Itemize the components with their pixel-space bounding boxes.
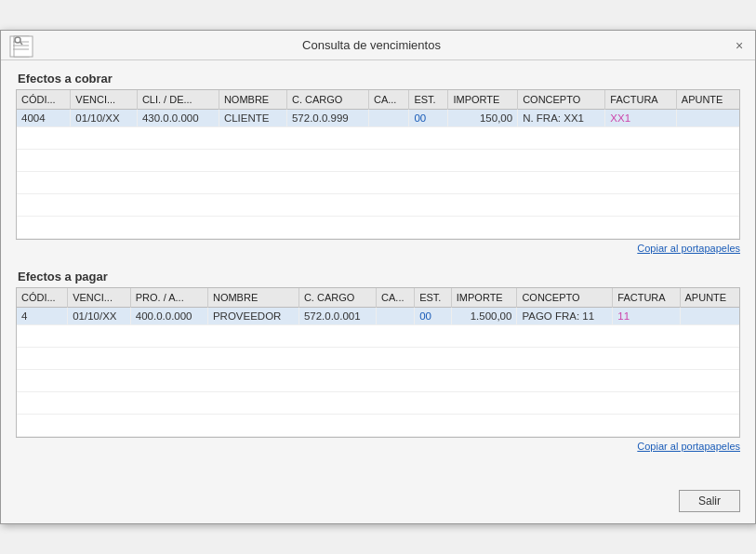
pagar-table-container: CÓDI... VENCI... PRO. / A... NOMBRE C. C…	[16, 287, 740, 438]
app-icon	[8, 33, 34, 59]
cobrar-r1-nombre: CLIENTE	[219, 110, 286, 127]
salir-button[interactable]: Salir	[679, 490, 740, 512]
pagar-empty-5	[17, 415, 739, 437]
title-bar: Consulta de vencimientos ×	[1, 31, 755, 60]
pagar-copy-row: Copiar al portapapeles	[16, 438, 740, 455]
pagar-r1-factura: 11	[613, 308, 680, 325]
cobrar-r1-venci: 01/10/XX	[71, 110, 138, 127]
pagar-empty-1	[17, 325, 739, 348]
cobrar-table-container: CÓDI... VENCI... CLI. / DE... NOMBRE C. …	[16, 89, 740, 240]
cobrar-row-1: 4004 01/10/XX 430.0.0.000 CLIENTE 572.0.…	[17, 110, 739, 127]
pagar-r1-importe: 1.500,00	[451, 308, 517, 325]
section-pagar: Efectos a pagar CÓDI... VENCI... PRO. / …	[16, 270, 740, 455]
col-header-concepto: CONCEPTO	[518, 90, 605, 110]
main-window: Consulta de vencimientos × Efectos a cob…	[0, 30, 756, 524]
section-cobrar: Efectos a cobrar CÓDI... VENCI... CLI. /…	[16, 72, 740, 257]
window-body: Efectos a cobrar CÓDI... VENCI... CLI. /…	[1, 60, 755, 482]
cobrar-r1-est: 00	[409, 110, 448, 127]
cobrar-empty-1	[17, 127, 739, 150]
pagar-copy-button[interactable]: Copiar al portapapeles	[637, 441, 740, 452]
pagar-r1-apunte	[680, 308, 739, 325]
cobrar-r1-ccargo: 572.0.0.999	[286, 110, 368, 127]
cobrar-empty-2	[17, 150, 739, 172]
pagar-col-header-pro: PRO. / A...	[130, 288, 207, 308]
window-title: Consulta de vencimientos	[34, 38, 709, 52]
pagar-empty-2	[17, 348, 739, 370]
pagar-empty-4	[17, 392, 739, 415]
pagar-r1-ca	[377, 308, 415, 325]
pagar-tbody: 4 01/10/XX 400.0.0.000 PROVEEDOR 572.0.0…	[17, 308, 739, 437]
pagar-r1-ccargo: 572.0.0.001	[298, 308, 376, 325]
pagar-r1-est: 00	[415, 308, 452, 325]
pagar-thead: CÓDI... VENCI... PRO. / A... NOMBRE C. C…	[17, 288, 739, 308]
close-button[interactable]: ×	[731, 37, 748, 54]
cobrar-r1-importe: 150,00	[448, 110, 518, 127]
col-header-nombre: NOMBRE	[219, 90, 286, 110]
col-header-ccargo: C. CARGO	[286, 90, 368, 110]
pagar-col-header-importe: IMPORTE	[451, 288, 517, 308]
cobrar-copy-button[interactable]: Copiar al portapapeles	[637, 243, 740, 254]
pagar-r1-pro: 400.0.0.000	[130, 308, 207, 325]
col-header-ca: CA...	[368, 90, 408, 110]
pagar-col-header-venci: VENCI...	[68, 288, 131, 308]
title-bar-icon-area	[8, 33, 34, 59]
cobrar-thead: CÓDI... VENCI... CLI. / DE... NOMBRE C. …	[17, 90, 739, 110]
cobrar-table: CÓDI... VENCI... CLI. / DE... NOMBRE C. …	[17, 90, 739, 239]
pagar-col-header-nombre: NOMBRE	[207, 288, 298, 308]
pagar-col-header-est: EST.	[415, 288, 452, 308]
cobrar-r1-factura: XX1	[605, 110, 676, 127]
pagar-table: CÓDI... VENCI... PRO. / A... NOMBRE C. C…	[17, 288, 739, 437]
pagar-col-header-ccargo: C. CARGO	[298, 288, 376, 308]
cobrar-header-row: CÓDI... VENCI... CLI. / DE... NOMBRE C. …	[17, 90, 739, 110]
cobrar-copy-row: Copiar al portapapeles	[16, 240, 740, 257]
cobrar-empty-3	[17, 172, 739, 194]
cobrar-r1-apunte	[676, 110, 739, 127]
pagar-col-header-factura: FACTURA	[613, 288, 680, 308]
cobrar-r1-codigo: 4004	[17, 110, 71, 127]
cobrar-r1-ca	[368, 110, 408, 127]
col-header-est: EST.	[409, 90, 448, 110]
pagar-r1-concepto: PAGO FRA: 11	[517, 308, 613, 325]
svg-point-5	[15, 37, 20, 43]
section-pagar-title: Efectos a pagar	[16, 270, 740, 284]
col-header-factura: FACTURA	[605, 90, 676, 110]
pagar-r1-nombre: PROVEEDOR	[207, 308, 298, 325]
section-cobrar-title: Efectos a cobrar	[16, 72, 740, 86]
col-header-codigo: CÓDI...	[17, 90, 71, 110]
pagar-col-header-apunte: APUNTE	[680, 288, 739, 308]
cobrar-r1-concepto: N. FRA: XX1	[518, 110, 605, 127]
pagar-header-row: CÓDI... VENCI... PRO. / A... NOMBRE C. C…	[17, 288, 739, 308]
cobrar-tbody: 4004 01/10/XX 430.0.0.000 CLIENTE 572.0.…	[17, 110, 739, 239]
col-header-importe: IMPORTE	[448, 90, 518, 110]
footer: Salir	[1, 482, 755, 523]
cobrar-r1-cli: 430.0.0.000	[137, 110, 219, 127]
col-header-apunte: APUNTE	[676, 90, 739, 110]
col-header-cli: CLI. / DE...	[137, 90, 219, 110]
pagar-r1-venci: 01/10/XX	[68, 308, 131, 325]
pagar-col-header-codigo: CÓDI...	[17, 288, 68, 308]
pagar-col-header-ca: CA...	[377, 288, 415, 308]
pagar-r1-codigo: 4	[17, 308, 68, 325]
pagar-empty-3	[17, 370, 739, 392]
cobrar-empty-5	[17, 217, 739, 239]
pagar-row-1: 4 01/10/XX 400.0.0.000 PROVEEDOR 572.0.0…	[17, 308, 739, 325]
col-header-venci: VENCI...	[71, 90, 138, 110]
pagar-col-header-concepto: CONCEPTO	[517, 288, 613, 308]
cobrar-empty-4	[17, 194, 739, 217]
